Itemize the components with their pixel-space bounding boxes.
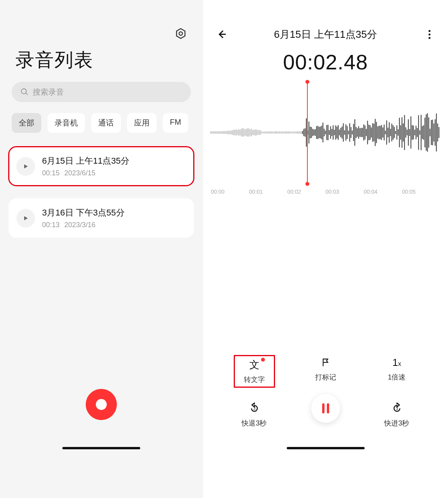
control-icon <box>311 402 340 415</box>
control-label: 打标记 <box>315 373 336 382</box>
pause-icon <box>311 394 340 423</box>
tab-通话[interactable]: 通话 <box>91 113 121 133</box>
control-icon <box>321 356 331 369</box>
notification-dot <box>261 358 265 362</box>
control-转文字[interactable]: 文 转文字 <box>235 356 274 387</box>
more-button[interactable] <box>422 26 437 42</box>
playhead-marker[interactable] <box>307 82 308 184</box>
recording-item[interactable]: 6月15日 上午11点35分 00:152023/6/15 <box>9 147 194 186</box>
time-tick: 00:04 <box>364 189 377 195</box>
svg-point-0 <box>179 32 183 35</box>
tab-FM[interactable]: FM <box>163 113 188 133</box>
search-input[interactable] <box>33 88 182 97</box>
tab-录音机[interactable]: 录音机 <box>48 113 85 133</box>
back-button[interactable] <box>214 26 229 42</box>
recording-list: 6月15日 上午11点35分 00:152023/6/15 3月16日 下午3点… <box>9 147 194 250</box>
tab-全部[interactable]: 全部 <box>12 113 41 133</box>
page-title: 录音列表 <box>16 48 93 72</box>
time-tick: 00:05 <box>402 189 416 195</box>
recording-meta: 00:132023/3/16 <box>42 221 186 229</box>
time-tick: 00:02 <box>287 189 301 195</box>
time-tick: 00:00 <box>211 189 224 195</box>
svg-text:3: 3 <box>253 406 256 411</box>
recording-meta: 00:152023/6/15 <box>42 169 186 177</box>
play-icon[interactable] <box>16 209 35 228</box>
time-tick: 00:01 <box>249 189 263 195</box>
settings-icon[interactable] <box>174 26 188 41</box>
home-indicator <box>287 447 365 449</box>
control-icon: 1x <box>392 356 401 369</box>
control-icon: 3 <box>391 402 403 415</box>
control-1倍速[interactable]: 1x 1倍速 <box>377 356 416 387</box>
control-打标记[interactable]: 打标记 <box>306 356 345 387</box>
svg-text:3: 3 <box>396 406 398 411</box>
time-tick: 00:03 <box>326 189 339 195</box>
control-icon: 3 <box>249 402 260 415</box>
control-快退3秒[interactable]: 3 快退3秒 <box>235 402 274 428</box>
play-icon[interactable] <box>16 157 35 176</box>
tab-应用[interactable]: 应用 <box>127 113 157 133</box>
recording-title: 6月15日 上午11点35分 <box>42 155 186 167</box>
home-indicator <box>62 447 140 449</box>
detail-title: 6月15日 上午11点35分 <box>229 28 422 41</box>
control-label: 快进3秒 <box>384 419 409 428</box>
search-bar[interactable] <box>12 82 191 102</box>
control-icon: 文 <box>249 358 259 371</box>
controls-row-1: 文 转文字 打标记1x 1倍速 <box>219 356 432 387</box>
playback-timer: 00:02.48 <box>203 50 448 74</box>
control-label: 1倍速 <box>388 373 406 382</box>
filter-tabs: 全部录音机通话应用FM <box>12 113 191 133</box>
waveform[interactable]: 00:0000:0100:0200:0300:0400:05 <box>203 82 448 199</box>
controls-row-2: 3 快退3秒 3 快进3秒 <box>219 402 432 428</box>
record-button[interactable] <box>86 389 117 420</box>
control-label: 转文字 <box>244 375 265 384</box>
control-pause[interactable] <box>306 402 345 428</box>
recording-title: 3月16日 下午3点55分 <box>42 207 186 219</box>
timeline-ticks: 00:0000:0100:0200:0300:0400:05 <box>203 189 448 198</box>
control-label: 快退3秒 <box>242 419 266 428</box>
control-快进3秒[interactable]: 3 快进3秒 <box>377 402 416 428</box>
recording-item[interactable]: 3月16日 下午3点55分 00:132023/3/16 <box>9 198 194 238</box>
